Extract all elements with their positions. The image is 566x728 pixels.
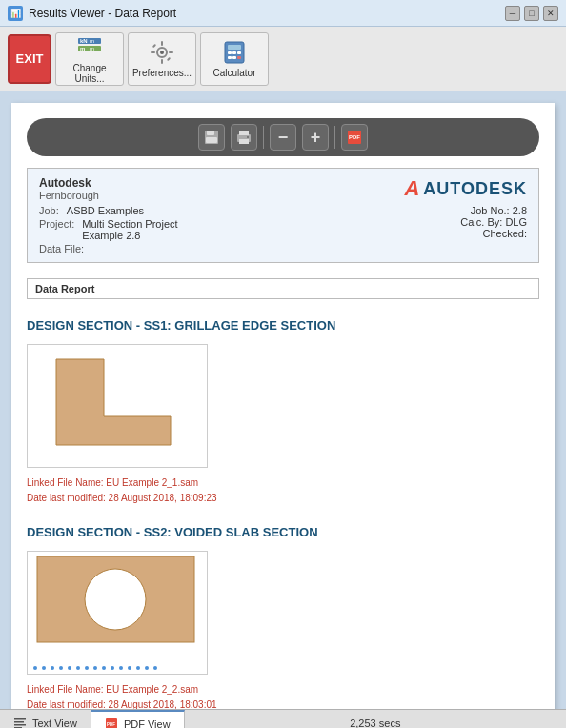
svg-rect-21 — [237, 56, 241, 59]
document-toolbar[interactable]: − + PDF — [27, 118, 539, 156]
window-controls[interactable]: ─ □ ✕ — [505, 6, 558, 21]
svg-rect-27 — [239, 139, 249, 144]
calc-by-row: Calc. By: DLG — [460, 216, 527, 228]
autodesk-wordmark: AUTODESK — [423, 179, 527, 199]
job-row: Job: ASBD Examples — [39, 205, 178, 216]
svg-rect-17 — [232, 51, 236, 54]
autodesk-a-icon: A — [404, 176, 419, 201]
section-ss2-file-info: Linked File Name: EU Example 2_2.sam Dat… — [27, 682, 539, 709]
toolbar: EXIT kN m m m Change Units... — [0, 27, 566, 91]
print-doc-button[interactable] — [231, 124, 257, 151]
data-report-label: Data Report — [27, 278, 539, 299]
dot-10 — [111, 666, 114, 670]
pdf-button[interactable]: PDF — [341, 124, 368, 151]
change-units-label: Change Units... — [60, 63, 119, 84]
minimize-button[interactable]: ─ — [505, 6, 520, 21]
dot-12 — [128, 666, 131, 670]
exit-button[interactable]: EXIT — [8, 34, 51, 84]
dot-9 — [102, 666, 106, 670]
toolbar-divider-1 — [263, 126, 264, 149]
project-label: Project: — [39, 218, 74, 241]
svg-text:PDF: PDF — [107, 722, 115, 727]
zoom-out-button[interactable]: − — [270, 124, 296, 151]
save-doc-button[interactable] — [198, 124, 225, 151]
document-page: − + PDF Autodesk Fernborough Job: — [11, 103, 555, 709]
change-units-icon: kN m m m — [76, 34, 103, 61]
change-units-button[interactable]: kN m m m Change Units... — [55, 32, 124, 86]
svg-rect-23 — [207, 131, 214, 135]
text-view-label: Text View — [32, 718, 77, 729]
title-bar: 📊 Results Viewer - Data Report ─ □ ✕ — [0, 0, 566, 27]
svg-rect-26 — [239, 131, 249, 135]
window-title: Results Viewer - Data Report — [29, 7, 176, 20]
svg-rect-11 — [169, 51, 173, 53]
preferences-button[interactable]: Preferences... — [128, 32, 196, 86]
calc-by-label: Calc. By: — [460, 216, 502, 228]
section-ss2-image — [27, 551, 208, 675]
svg-rect-24 — [206, 137, 217, 143]
tab-text-view[interactable]: Text View — [0, 710, 91, 728]
company-location: Fernborough — [39, 190, 178, 201]
svg-rect-18 — [237, 51, 241, 54]
job-label: Job: — [39, 205, 59, 216]
checked-label: Checked: — [483, 228, 527, 239]
zoom-in-button[interactable]: + — [302, 124, 329, 151]
dot-5 — [68, 666, 71, 670]
tab-pdf-view[interactable]: PDF PDF View — [91, 710, 185, 728]
svg-rect-9 — [161, 59, 163, 64]
section-ss1-image — [27, 344, 208, 468]
project-value: Multi Section ProjectExample 2.8 — [82, 218, 177, 241]
dot-6 — [76, 666, 80, 670]
ss1-linked-file: Linked File Name: EU Example 2_1.sam — [27, 475, 539, 491]
svg-text:m: m — [90, 38, 94, 44]
dot-2 — [42, 666, 46, 670]
svg-rect-8 — [161, 41, 163, 46]
section-ss1-file-info: Linked File Name: EU Example 2_1.sam Dat… — [27, 475, 539, 506]
dot-7 — [85, 666, 89, 670]
restore-button[interactable]: □ — [524, 6, 539, 21]
autodesk-logo: A AUTODESK — [404, 176, 527, 201]
calculator-label: Calculator — [212, 68, 255, 78]
job-no-label: Job No.: — [471, 205, 510, 216]
section-ss1-header: DESIGN SECTION - SS1: GRILLAGE EDGE SECT… — [27, 318, 539, 333]
svg-point-7 — [160, 51, 164, 54]
dot-1 — [33, 666, 37, 670]
job-details: Job No.: 2.8 Calc. By: DLG Checked: — [460, 205, 527, 239]
tab-bar: Text View PDF PDF View 2,253 secs — [0, 709, 566, 728]
job-value: ASBD Examples — [67, 205, 144, 216]
status-time: 2,253 secs — [185, 718, 566, 729]
svg-point-28 — [247, 136, 249, 138]
calc-by-value: DLG — [505, 216, 527, 228]
svg-rect-10 — [151, 51, 155, 53]
data-file-label: Data File: — [39, 243, 84, 254]
header-box: Autodesk Fernborough Job: ASBD Examples … — [27, 168, 539, 263]
svg-text:PDF: PDF — [349, 134, 360, 140]
dot-14 — [145, 666, 149, 670]
svg-rect-20 — [232, 56, 236, 59]
dot-15 — [153, 666, 157, 670]
preferences-icon — [149, 39, 175, 66]
header-right: A AUTODESK Job No.: 2.8 Calc. By: DLG — [404, 176, 527, 254]
company-name: Autodesk — [39, 176, 178, 190]
svg-rect-35 — [14, 721, 24, 723]
ss2-linked-file: Linked File Name: EU Example 2_2.sam — [27, 682, 539, 698]
close-button[interactable]: ✕ — [543, 6, 558, 21]
toolbar-divider-2 — [334, 126, 335, 149]
calculator-button[interactable]: Calculator — [200, 32, 269, 86]
main-content: − + PDF Autodesk Fernborough Job: — [0, 91, 566, 709]
svg-rect-19 — [228, 56, 232, 59]
dot-3 — [51, 666, 54, 670]
svg-point-33 — [85, 569, 146, 630]
document-area[interactable]: − + PDF Autodesk Fernborough Job: — [0, 91, 566, 709]
voided-slab-dots — [28, 664, 163, 672]
calculator-icon — [221, 39, 248, 66]
pdf-view-icon: PDF — [105, 718, 118, 729]
data-file-row: Data File: — [39, 243, 178, 254]
svg-marker-31 — [56, 359, 171, 445]
section-ss2-header: DESIGN SECTION - SS2: VOIDED SLAB SECTIO… — [27, 525, 539, 539]
ss2-date-modified: Date last modified: 28 August 2018, 18:0… — [27, 698, 539, 709]
checked-row: Checked: — [460, 228, 527, 239]
ss2-svg — [28, 552, 208, 657]
text-view-icon — [13, 717, 27, 729]
svg-rect-12 — [152, 44, 156, 48]
